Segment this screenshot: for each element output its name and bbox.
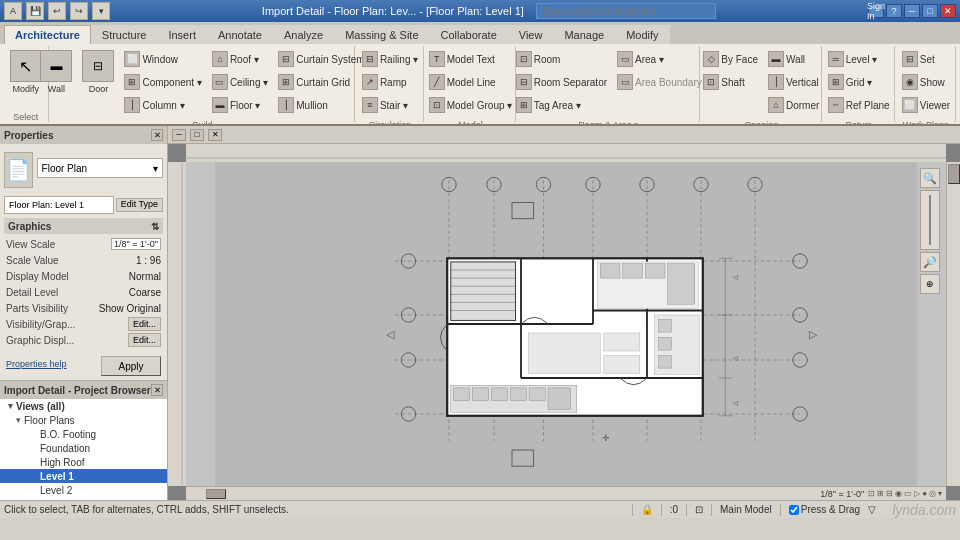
qat-more[interactable]: ▾ <box>92 2 110 20</box>
show-btn[interactable]: ◉ Show <box>898 71 954 93</box>
area-boundary-btn[interactable]: ▭ Area Boundary <box>613 71 706 93</box>
browser-close-btn[interactable]: ✕ <box>151 384 163 396</box>
search-input[interactable] <box>536 3 716 19</box>
graphics-label: Graphics <box>8 221 51 232</box>
floor-btn[interactable]: ▬ Floor ▾ <box>208 94 272 116</box>
tag-area-btn[interactable]: ⊞ Tag Area ▾ <box>512 94 611 116</box>
zoom-out-btn[interactable]: 🔎 <box>920 252 940 272</box>
canvas-min-btn[interactable]: ─ <box>172 129 186 141</box>
vertical-scrollbar[interactable] <box>946 162 960 486</box>
zoom-slider[interactable] <box>920 190 940 250</box>
window-btn[interactable]: ⬜ Window <box>120 48 205 70</box>
zoom-in-btn[interactable]: 🔍 <box>920 168 940 188</box>
hscroll-thumb[interactable] <box>206 489 226 499</box>
graphic-disp-edit-btn[interactable]: Edit... <box>128 333 161 347</box>
model-text-btn[interactable]: T Model Text <box>425 48 517 70</box>
railing-label: Railing ▾ <box>380 54 418 65</box>
viewer-btn[interactable]: ⬜ Viewer <box>898 94 954 116</box>
ribbon-group-opening: ◇ By Face ⊡ Shaft ▬ Wall ⎪ Vertical <box>702 46 821 122</box>
tab-insert[interactable]: Insert <box>157 25 207 44</box>
sign-in-btn[interactable]: Sign In <box>868 4 884 18</box>
properties-help-link[interactable]: Properties help <box>6 359 67 369</box>
floor-plan-canvas[interactable]: ◁ ▷ <box>186 162 946 486</box>
tree-item-level1[interactable]: Level 1 <box>0 469 167 483</box>
type-dropdown[interactable]: Floor Plan ▾ <box>37 158 163 178</box>
ceiling-btn[interactable]: ▭ Ceiling ▾ <box>208 71 272 93</box>
edit-type-btn[interactable]: Edit Type <box>116 198 163 212</box>
wall-btn[interactable]: ▬ Wall <box>36 48 76 96</box>
view-selector[interactable]: Floor Plan: Level 1 <box>4 196 114 214</box>
minimize-btn[interactable]: ─ <box>904 4 920 18</box>
tab-annotate[interactable]: Annotate <box>207 25 273 44</box>
build-small-col: ⬜ Window ⊞ Component ▾ ⎪ Column ▾ <box>120 48 205 116</box>
railing-btn[interactable]: ⊟ Railing ▾ <box>358 48 422 70</box>
model-group-icon: ⊡ <box>429 97 445 113</box>
mullion-btn[interactable]: ⎮ Mullion <box>274 94 368 116</box>
save-btn[interactable]: 💾 <box>26 2 44 20</box>
vertical-btn[interactable]: ⎪ Vertical <box>764 71 823 93</box>
curtain-grid-btn[interactable]: ⊞ Curtain Grid <box>274 71 368 93</box>
wall-opening-btn[interactable]: ▬ Wall <box>764 48 823 70</box>
graphics-sort-icon: ⇅ <box>151 221 159 232</box>
tab-collaborate[interactable]: Collaborate <box>430 25 508 44</box>
dormer-btn[interactable]: ⌂ Dormer <box>764 94 823 116</box>
vscroll-thumb[interactable] <box>948 164 960 184</box>
grid-btn[interactable]: ⊞ Grid ▾ <box>824 71 894 93</box>
curtain-system-btn[interactable]: ⊟ Curtain System <box>274 48 368 70</box>
canvas-max-btn[interactable]: □ <box>190 129 204 141</box>
model-group-btn[interactable]: ⊡ Model Group ▾ <box>425 94 517 116</box>
tree-item-level2[interactable]: Level 2 <box>0 483 167 497</box>
model-line-btn[interactable]: ╱ Model Line <box>425 71 517 93</box>
room-btn[interactable]: ⊡ Room <box>512 48 611 70</box>
door-btn[interactable]: ⊟ Door <box>78 48 118 96</box>
tab-modify[interactable]: Modify <box>615 25 669 44</box>
canvas-main[interactable]: ◁ ▷ <box>168 144 960 500</box>
undo-btn[interactable]: ↩ <box>48 2 66 20</box>
help-btn[interactable]: ? <box>886 4 902 18</box>
column-btn[interactable]: ⎪ Column ▾ <box>120 94 205 116</box>
nav-wheel-btn[interactable]: ⊕ <box>920 274 940 294</box>
properties-close-btn[interactable]: ✕ <box>151 129 163 141</box>
redo-btn[interactable]: ↪ <box>70 2 88 20</box>
tab-manage[interactable]: Manage <box>553 25 615 44</box>
component-btn[interactable]: ⊞ Component ▾ <box>120 71 205 93</box>
tab-structure[interactable]: Structure <box>91 25 158 44</box>
tree-item-bofooting[interactable]: B.O. Footing <box>0 427 167 441</box>
tree-item-floorplans[interactable]: ▾ Floor Plans <box>0 413 167 427</box>
tree-label-highroof: High Roof <box>40 457 84 468</box>
ribbon-group-room-content: ⊡ Room ⊟ Room Separator ⊞ Tag Area ▾ ▭ A… <box>512 46 706 118</box>
horizontal-scrollbar[interactable]: 1/8" = 1'-0" ⊡ ⊞ ⊟ ◉ ▭ ▷ ● ◎ ▾ <box>186 486 946 500</box>
area-btn[interactable]: ▭ Area ▾ <box>613 48 706 70</box>
shaft-btn[interactable]: ⊡ Shaft <box>699 71 762 93</box>
top-ruler <box>186 144 946 162</box>
close-btn[interactable]: ✕ <box>940 4 956 18</box>
tag-area-label: Tag Area ▾ <box>534 100 581 111</box>
tree-item-views[interactable]: ▾ Views (all) <box>0 399 167 413</box>
maximize-btn[interactable]: □ <box>922 4 938 18</box>
level-btn[interactable]: ═ Level ▾ <box>824 48 894 70</box>
tab-massing[interactable]: Massing & Site <box>334 25 429 44</box>
roof-btn[interactable]: ⌂ Roof ▾ <box>208 48 272 70</box>
ramp-btn[interactable]: ↗ Ramp <box>358 71 422 93</box>
stair-btn[interactable]: ≡ Stair ▾ <box>358 94 422 116</box>
set-btn[interactable]: ⊟ Set <box>898 48 954 70</box>
ref-plane-btn[interactable]: ╌ Ref Plane <box>824 94 894 116</box>
tree-item-foundation[interactable]: Foundation <box>0 441 167 455</box>
tree-item-roof[interactable]: Roof <box>0 497 167 500</box>
canvas-close-btn[interactable]: ✕ <box>208 129 222 141</box>
press-drag-checkbox[interactable] <box>789 505 799 515</box>
tab-analyze[interactable]: Analyze <box>273 25 334 44</box>
tab-architecture[interactable]: Architecture <box>4 25 91 44</box>
view-scale-value: 1/8" = 1'-0" <box>111 238 161 250</box>
tab-view[interactable]: View <box>508 25 554 44</box>
apply-btn[interactable]: Apply <box>101 356 161 376</box>
visibility-edit-btn[interactable]: Edit... <box>128 317 161 331</box>
ribbon-group-workplane-content: ⊟ Set ◉ Show ⬜ Viewer <box>898 46 954 118</box>
by-face-btn[interactable]: ◇ By Face <box>699 48 762 70</box>
tree-item-highroof[interactable]: High Roof <box>0 455 167 469</box>
curtain-grid-icon: ⊞ <box>278 74 294 90</box>
room-separator-btn[interactable]: ⊟ Room Separator <box>512 71 611 93</box>
area-icon: ▭ <box>617 51 633 67</box>
floor-label: Floor ▾ <box>230 100 261 111</box>
view-scale-label: View Scale <box>6 239 55 250</box>
